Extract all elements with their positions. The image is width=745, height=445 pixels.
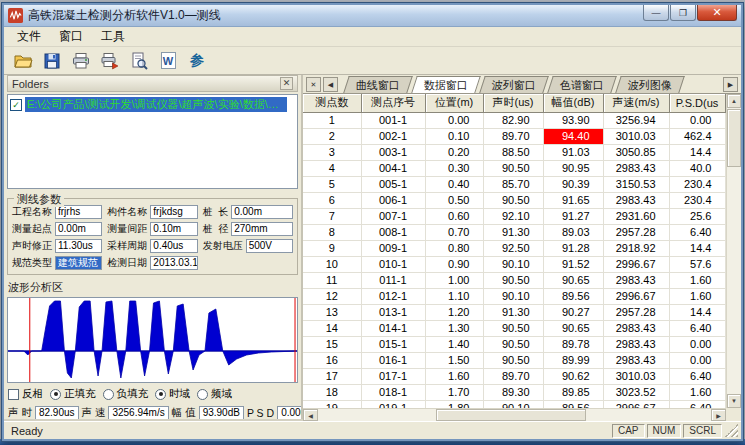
column-header[interactable]: 幅值(dB) <box>543 94 603 112</box>
table-cell[interactable]: 90.95 <box>543 160 603 176</box>
table-cell[interactable]: 230.4 <box>669 176 725 192</box>
table-cell[interactable]: 0.20 <box>425 144 483 160</box>
table-row[interactable]: 13013-11.2091.3090.272957.2814.4 <box>303 304 725 320</box>
table-cell[interactable]: 89.85 <box>543 384 603 400</box>
column-header[interactable]: 声速(m/s) <box>603 94 669 112</box>
table-row[interactable]: 14014-11.3090.5090.652983.436.40 <box>303 320 725 336</box>
table-cell[interactable]: 90.10 <box>483 288 543 304</box>
table-cell[interactable]: 90.50 <box>483 336 543 352</box>
table-cell[interactable]: 14.4 <box>669 144 725 160</box>
table-cell[interactable]: 89.78 <box>543 336 603 352</box>
table-cell[interactable]: 2983.43 <box>603 160 669 176</box>
table-cell[interactable]: 011-1 <box>361 272 425 288</box>
table-cell[interactable]: 92.50 <box>483 240 543 256</box>
tab[interactable]: 数据窗口 <box>411 76 481 93</box>
table-row[interactable]: 15015-11.4090.5089.782983.430.00 <box>303 336 725 352</box>
table-cell[interactable]: 2983.43 <box>603 336 669 352</box>
table-cell[interactable]: 90.50 <box>483 272 543 288</box>
table-cell[interactable]: 13 <box>303 304 361 320</box>
table-cell[interactable]: 1.50 <box>425 352 483 368</box>
table-cell[interactable]: 1.70 <box>425 384 483 400</box>
parameters-button[interactable]: 参 <box>185 49 209 73</box>
table-cell[interactable]: 40.0 <box>669 160 725 176</box>
vertical-scroll-track[interactable] <box>727 168 741 394</box>
table-cell[interactable]: 017-1 <box>361 368 425 384</box>
scroll-right-icon[interactable]: ▶ <box>711 409 726 421</box>
print-preview-button[interactable] <box>127 49 151 73</box>
table-cell[interactable]: 1.60 <box>425 368 483 384</box>
param-value[interactable]: 11.30us <box>55 239 102 253</box>
folder-tree[interactable]: ✓ E:\公司产品\测试开发\调试仪器\超声波\实验\数据\检测数据\cd\p0… <box>7 94 298 189</box>
param-value[interactable]: frjrhs <box>55 205 102 219</box>
table-row[interactable]: 10010-10.9090.1091.522996.6757.6 <box>303 256 725 272</box>
table-cell[interactable]: 0.00 <box>425 112 483 128</box>
table-row[interactable]: 4004-10.3090.5090.952983.4340.0 <box>303 160 725 176</box>
table-cell[interactable]: 90.39 <box>543 176 603 192</box>
table-cell[interactable]: 0.70 <box>425 224 483 240</box>
table-cell[interactable]: 3010.03 <box>603 368 669 384</box>
table-cell[interactable]: 89.30 <box>483 384 543 400</box>
waveform-plot[interactable] <box>7 297 298 383</box>
table-cell[interactable]: 94.40 <box>543 128 603 144</box>
table-cell[interactable]: 91.65 <box>543 192 603 208</box>
tab[interactable]: 波列窗口 <box>479 76 549 93</box>
table-cell[interactable]: 85.70 <box>483 176 543 192</box>
table-cell[interactable]: 2996.67 <box>603 256 669 272</box>
table-cell[interactable]: 0.60 <box>425 208 483 224</box>
table-cell[interactable]: 10 <box>303 256 361 272</box>
table-cell[interactable]: 1.30 <box>425 320 483 336</box>
table-cell[interactable]: 006-1 <box>361 192 425 208</box>
vertical-scrollbar[interactable]: ▲ ▼ <box>726 94 741 408</box>
table-row[interactable]: 17017-11.6089.7090.623010.036.40 <box>303 368 725 384</box>
table-cell[interactable]: 004-1 <box>361 160 425 176</box>
param-value[interactable]: 270mm <box>231 222 293 236</box>
column-header[interactable]: 声时(us) <box>483 94 543 112</box>
table-cell[interactable]: 2931.60 <box>603 208 669 224</box>
param-value[interactable]: 0.00m <box>231 205 293 219</box>
table-cell[interactable]: 3010.03 <box>603 128 669 144</box>
table-cell[interactable]: 005-1 <box>361 176 425 192</box>
column-header[interactable]: 测点序号 <box>361 94 425 112</box>
table-cell[interactable]: 6.40 <box>669 320 725 336</box>
table-cell[interactable]: 013-1 <box>361 304 425 320</box>
scroll-up-icon[interactable]: ▲ <box>727 94 741 108</box>
table-cell[interactable]: 15 <box>303 336 361 352</box>
title-bar[interactable]: 高铁混凝土检测分析软件V1.0—测线 — ❐ ✕ <box>4 5 741 27</box>
table-row[interactable]: 8008-10.7091.3089.032957.286.40 <box>303 224 725 240</box>
table-cell[interactable]: 462.4 <box>669 128 725 144</box>
table-cell[interactable]: 014-1 <box>361 320 425 336</box>
table-cell[interactable]: 0.00 <box>669 112 725 128</box>
param-value[interactable]: 0.00m <box>55 222 102 236</box>
table-cell[interactable]: 5 <box>303 176 361 192</box>
param-value[interactable]: 2013.03.13 <box>150 256 197 270</box>
table-cell[interactable]: 2957.28 <box>603 304 669 320</box>
table-cell[interactable]: 2996.67 <box>603 288 669 304</box>
table-cell[interactable]: 016-1 <box>361 352 425 368</box>
table-cell[interactable]: 82.90 <box>483 112 543 128</box>
table-cell[interactable]: 90.50 <box>483 352 543 368</box>
param-value[interactable]: 建筑规范 <box>55 256 102 270</box>
table-cell[interactable]: 1.40 <box>425 336 483 352</box>
minimize-button[interactable]: — <box>643 5 669 21</box>
radio-时域[interactable]: 时域 <box>155 387 190 401</box>
table-row[interactable]: 7007-10.6092.1091.272931.6025.6 <box>303 208 725 224</box>
table-cell[interactable]: 3 <box>303 144 361 160</box>
table-cell[interactable]: 14 <box>303 320 361 336</box>
table-cell[interactable]: 91.30 <box>483 304 543 320</box>
table-cell[interactable]: 012-1 <box>361 288 425 304</box>
table-row[interactable]: 11011-11.0090.5090.652983.431.60 <box>303 272 725 288</box>
table-cell[interactable]: 010-1 <box>361 256 425 272</box>
table-cell[interactable]: 89.03 <box>543 224 603 240</box>
table-cell[interactable]: 0.80 <box>425 240 483 256</box>
table-cell[interactable]: 90.50 <box>483 160 543 176</box>
table-cell[interactable]: 91.52 <box>543 256 603 272</box>
table-row[interactable]: 9009-10.8092.5091.282918.9214.4 <box>303 240 725 256</box>
table-cell[interactable]: 89.70 <box>483 368 543 384</box>
table-row[interactable]: 2002-10.1089.7094.403010.03462.4 <box>303 128 725 144</box>
table-cell[interactable]: 001-1 <box>361 112 425 128</box>
scroll-down-icon[interactable]: ▼ <box>727 394 741 408</box>
table-cell[interactable]: 018-1 <box>361 384 425 400</box>
table-cell[interactable]: 16 <box>303 352 361 368</box>
table-cell[interactable]: 0.40 <box>425 176 483 192</box>
table-cell[interactable]: 89.70 <box>483 128 543 144</box>
